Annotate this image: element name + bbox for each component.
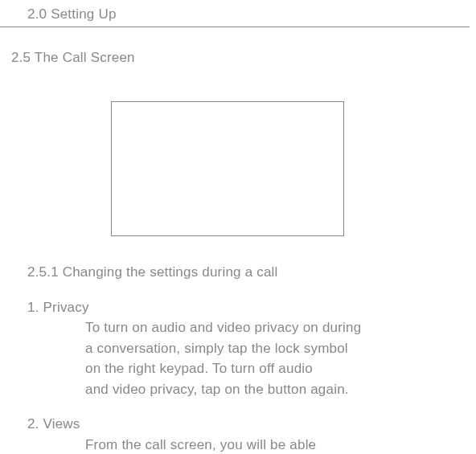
item-title: 2. Views (27, 414, 476, 435)
page-header: 2.0 Setting Up (0, 0, 470, 27)
item-title: 1. Privacy (27, 297, 476, 318)
item-body: To turn on audio and video privacy on du… (27, 317, 476, 399)
header-title: 2.0 Setting Up (27, 6, 117, 22)
item-views: 2. Views From the call screen, you will … (27, 414, 476, 454)
body-line: and video privacy, tap on the button aga… (85, 379, 476, 400)
content-area: 2.5.1 Changing the settings during a cal… (0, 236, 476, 454)
item-privacy: 1. Privacy To turn on audio and video pr… (27, 297, 476, 400)
subsection-heading: 2.5.1 Changing the settings during a cal… (27, 262, 476, 283)
section-title: 2.5 The Call Screen (0, 27, 476, 66)
body-line: To turn on audio and video privacy on du… (85, 317, 476, 338)
section-title-text: 2.5 The Call Screen (11, 50, 135, 65)
body-line: a conversation, simply tap the lock symb… (85, 338, 476, 359)
body-line: on the right keypad. To turn off audio (85, 358, 476, 379)
item-body: From the call screen, you will be able t… (27, 435, 476, 455)
diagram-placeholder (111, 101, 344, 236)
body-line: From the call screen, you will be able (85, 435, 476, 455)
